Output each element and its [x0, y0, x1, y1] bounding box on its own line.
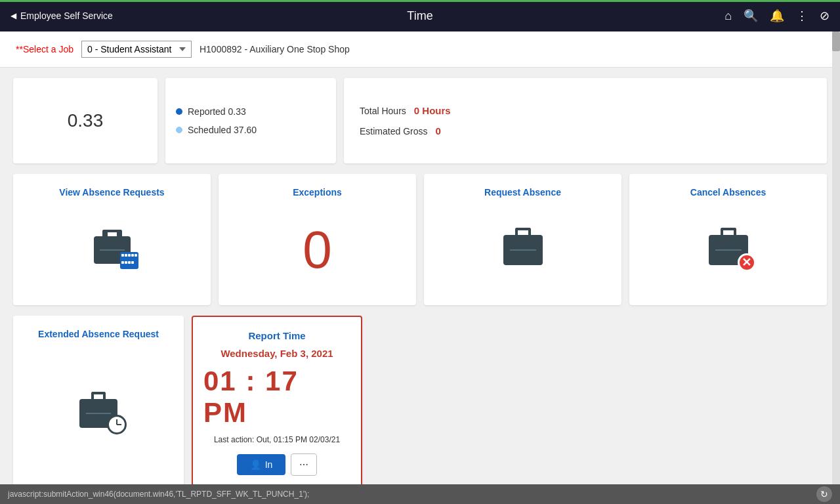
report-time-last-action: Last action: Out, 01:15 PM 02/03/21	[214, 435, 340, 444]
bell-icon[interactable]: 🔔	[770, 9, 784, 23]
exceptions-value: 0	[303, 224, 332, 276]
page-title: Time	[407, 9, 432, 23]
request-absence-card[interactable]: Request Absence	[424, 174, 621, 305]
estimated-gross-value: 0	[435, 125, 440, 136]
status-url: javascript:submitAction_win46(document.w…	[8, 490, 309, 499]
extended-absence-title[interactable]: Extended Absence Request	[38, 329, 159, 339]
page-scrollbar[interactable]	[832, 32, 840, 484]
action-cards-row: View Absence Requests Exceptions	[13, 174, 827, 305]
request-absence-title[interactable]: Request Absence	[484, 187, 561, 198]
exceptions-title[interactable]: Exceptions	[293, 187, 342, 198]
cancel-absences-icon: ✕	[709, 208, 748, 292]
more-options-button[interactable]: ⋯	[291, 453, 317, 476]
topbar: ◀ Employee Self Service Time ⌂ 🔍 🔔 ⋮ ⊘	[0, 0, 840, 32]
extended-absence-card[interactable]: Extended Absence Request	[13, 316, 184, 484]
home-icon[interactable]: ⌂	[724, 9, 732, 23]
back-button[interactable]: ◀ Employee Self Service	[10, 10, 113, 21]
totals-card: Total Hours 0 Hours Estimated Gross 0	[344, 78, 827, 163]
bottom-cards-row: Extended Absence Request	[13, 316, 827, 484]
job-description: H1000892 - Auxiliary One Stop Shop	[200, 44, 350, 54]
estimated-gross-label: Estimated Gross	[360, 126, 427, 136]
view-absence-title[interactable]: View Absence Requests	[59, 187, 164, 198]
report-time-title: Report Time	[248, 330, 305, 341]
clock-in-button[interactable]: 👤 In	[237, 454, 286, 475]
chart-card: Reported 0.33 Scheduled 37.60	[165, 78, 336, 163]
report-time-actions: 👤 In ⋯	[237, 453, 318, 476]
scheduled-label: Scheduled 37.60	[188, 125, 257, 135]
topbar-icons: ⌂ 🔍 🔔 ⋮ ⊘	[724, 9, 830, 23]
ellipsis-icon: ⋯	[299, 459, 308, 470]
back-chevron-icon: ◀	[10, 11, 16, 20]
exceptions-card[interactable]: Exceptions 0	[219, 174, 416, 305]
status-bar: javascript:submitAction_win46(document.w…	[0, 484, 840, 504]
scrollbar-thumb[interactable]	[832, 32, 840, 51]
total-hours-label: Total Hours	[360, 106, 406, 116]
request-absence-icon	[503, 208, 543, 292]
scheduled-dot	[176, 127, 182, 133]
job-label: **Select a Job	[16, 44, 74, 54]
hours-value: 0.33	[68, 110, 104, 131]
report-time-date: Wednesday, Feb 3, 2021	[220, 348, 333, 359]
report-time-card: Report Time Wednesday, Feb 3, 2021 01 : …	[192, 316, 362, 484]
exceptions-icon: 0	[303, 208, 332, 292]
reported-dot	[176, 108, 182, 115]
reported-label: Reported 0.33	[188, 106, 246, 117]
hours-value-card: 0.33	[13, 78, 158, 163]
job-select[interactable]: 0 - Student Assistant	[81, 41, 192, 58]
person-icon: 👤	[250, 459, 261, 470]
back-label: Employee Self Service	[20, 10, 113, 21]
estimated-gross-row: Estimated Gross 0	[360, 125, 811, 136]
report-time-clock: 01 : 17 PM	[203, 366, 350, 429]
total-hours-value: 0 Hours	[414, 105, 451, 116]
status-bar-right: ↻	[816, 486, 832, 502]
job-bar: **Select a Job 0 - Student Assistant H10…	[0, 32, 840, 68]
total-hours-row: Total Hours 0 Hours	[360, 105, 811, 116]
more-dots-icon[interactable]: ⋮	[796, 9, 808, 23]
block-icon[interactable]: ⊘	[820, 9, 830, 23]
reported-legend: Reported 0.33	[176, 106, 326, 117]
cancel-absences-title[interactable]: Cancel Absences	[690, 187, 766, 198]
in-label: In	[265, 459, 273, 470]
view-absence-icon	[94, 208, 131, 292]
view-absence-card[interactable]: View Absence Requests	[13, 174, 211, 305]
stats-row: 0.33 Reported 0.33 Scheduled 37.60 Total…	[13, 78, 827, 163]
refresh-icon[interactable]: ↻	[816, 486, 832, 502]
main-content: 0.33 Reported 0.33 Scheduled 37.60 Total…	[0, 68, 840, 484]
scheduled-legend: Scheduled 37.60	[176, 125, 326, 135]
cancel-absences-card[interactable]: Cancel Absences ✕	[629, 174, 827, 305]
extended-absence-icon	[79, 350, 117, 477]
search-icon[interactable]: 🔍	[744, 9, 758, 23]
